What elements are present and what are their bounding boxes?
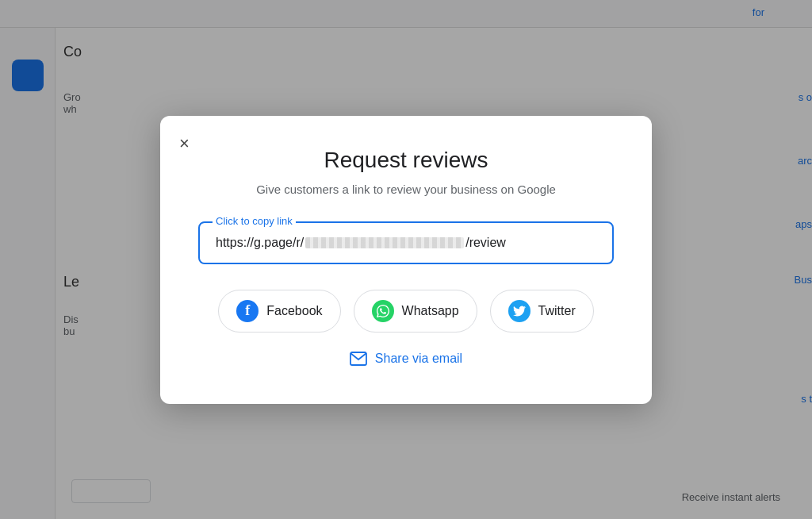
- twitter-share-button[interactable]: Twitter: [490, 290, 594, 333]
- twitter-icon: [508, 300, 530, 322]
- facebook-label: Facebook: [266, 304, 322, 318]
- whatsapp-label: Whatsapp: [402, 304, 459, 318]
- email-share-container: Share via email: [198, 352, 614, 366]
- twitter-label: Twitter: [538, 304, 576, 318]
- modal-title: Request reviews: [198, 148, 614, 173]
- share-buttons-group: f Facebook Whatsapp: [198, 290, 614, 333]
- copy-link-url: https://g.page/r/ /review: [216, 236, 596, 250]
- close-button[interactable]: ×: [176, 132, 193, 156]
- modal-dialog: × Request reviews Give customers a link …: [160, 116, 652, 404]
- modal-overlay: × Request reviews Give customers a link …: [0, 0, 812, 519]
- copy-link-label: Click to copy link: [213, 215, 296, 227]
- url-prefix: https://g.page/r/: [216, 236, 304, 250]
- url-suffix: /review: [465, 236, 506, 250]
- whatsapp-share-button[interactable]: Whatsapp: [354, 290, 477, 333]
- email-share-label: Share via email: [375, 352, 462, 366]
- whatsapp-icon: [372, 300, 394, 322]
- facebook-icon: f: [236, 300, 259, 322]
- modal-subtitle: Give customers a link to review your bus…: [198, 183, 614, 196]
- email-icon: [350, 352, 367, 366]
- url-redacted-portion: [305, 237, 464, 248]
- copy-link-container[interactable]: Click to copy link https://g.page/r/ /re…: [198, 221, 614, 264]
- email-share-button[interactable]: Share via email: [350, 352, 462, 366]
- facebook-share-button[interactable]: f Facebook: [218, 290, 340, 333]
